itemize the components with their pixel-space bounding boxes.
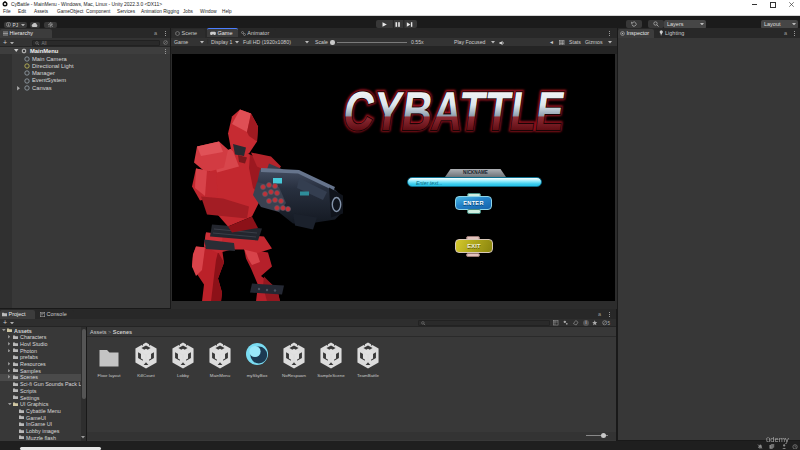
svg-text:CYBATTLE: CYBATTLE xyxy=(340,84,569,140)
svg-text:5: 5 xyxy=(607,321,610,326)
